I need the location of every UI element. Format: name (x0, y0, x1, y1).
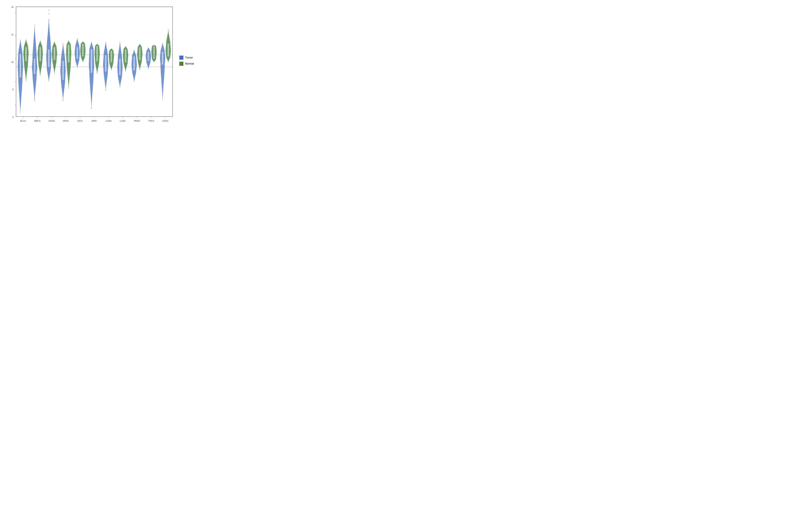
svg-point-691 (162, 74, 163, 75)
svg-point-119 (40, 63, 40, 64)
svg-point-711 (168, 60, 168, 61)
svg-point-147 (49, 72, 49, 73)
svg-point-669 (154, 47, 154, 48)
svg-point-182 (54, 69, 55, 69)
svg-point-331 (83, 48, 83, 48)
svg-point-173 (49, 13, 49, 14)
svg-point-620 (148, 63, 149, 63)
svg-point-635 (148, 52, 149, 52)
svg-point-395 (97, 57, 97, 58)
svg-point-547 (134, 80, 135, 80)
svg-point-256 (68, 70, 69, 70)
svg-point-306 (77, 40, 78, 41)
svg-point-607 (140, 44, 140, 45)
svg-point-220 (63, 84, 63, 84)
svg-point-30 (20, 50, 21, 51)
svg-point-172 (49, 19, 49, 19)
svg-point-24 (20, 65, 21, 65)
svg-point-262 (68, 60, 69, 61)
svg-point-174 (49, 10, 49, 11)
svg-point-594 (140, 55, 140, 56)
svg-point-522 (125, 62, 126, 63)
svg-point-118 (40, 65, 40, 65)
svg-point-159 (49, 47, 49, 47)
svg-point-573 (134, 52, 135, 53)
svg-point-383 (97, 69, 97, 70)
svg-point-556 (134, 70, 135, 71)
svg-point-274 (68, 41, 69, 41)
svg-point-390 (97, 62, 97, 62)
svg-point-237 (63, 51, 63, 52)
svg-point-625 (148, 59, 149, 59)
svg-point-49 (26, 70, 26, 70)
svg-point-101 (34, 33, 35, 33)
svg-point-516 (125, 67, 126, 68)
svg-point-475 (111, 49, 112, 49)
svg-point-52 (26, 65, 26, 66)
svg-point-488 (120, 74, 120, 75)
svg-point-671 (154, 46, 154, 47)
svg-point-578 (140, 70, 140, 70)
svg-point-579 (140, 69, 140, 69)
svg-point-402 (97, 50, 97, 51)
svg-point-88 (34, 66, 35, 66)
svg-text:BLCA: BLCA (20, 120, 26, 122)
svg-point-14 (20, 90, 21, 90)
svg-point-665 (154, 50, 154, 50)
svg-point-668 (154, 48, 154, 48)
svg-point-180 (54, 71, 55, 71)
svg-point-5 (20, 112, 21, 112)
svg-point-138 (40, 41, 40, 41)
svg-point-415 (105, 86, 106, 86)
svg-point-195 (54, 55, 55, 55)
y-tick-label: 10 (11, 61, 13, 63)
svg-point-83 (34, 78, 35, 79)
svg-point-370 (91, 51, 92, 52)
svg-point-189 (54, 61, 55, 62)
svg-point-246 (68, 86, 69, 87)
svg-point-686 (162, 84, 163, 84)
svg-point-229 (63, 66, 63, 67)
svg-point-606 (140, 45, 140, 45)
svg-point-493 (120, 67, 120, 67)
svg-point-654 (154, 56, 154, 56)
svg-point-65 (26, 47, 26, 47)
svg-point-125 (40, 56, 40, 57)
svg-point-653 (154, 56, 154, 57)
svg-point-693 (162, 70, 163, 71)
svg-point-408 (97, 44, 97, 45)
svg-point-520 (125, 64, 126, 65)
svg-point-19 (20, 77, 21, 77)
svg-point-247 (68, 84, 69, 85)
svg-point-656 (154, 55, 154, 55)
svg-point-384 (97, 68, 97, 69)
svg-point-67 (26, 44, 26, 45)
svg-point-312 (83, 61, 83, 61)
svg-text:KICH: KICH (78, 120, 83, 122)
svg-point-219 (63, 86, 63, 86)
svg-point-318 (83, 57, 83, 57)
svg-point-503 (120, 51, 120, 52)
svg-point-80 (34, 86, 35, 87)
svg-point-588 (140, 61, 140, 61)
svg-point-694 (162, 68, 163, 69)
svg-point-94 (34, 51, 35, 51)
svg-point-448 (111, 68, 112, 69)
svg-point-487 (120, 76, 120, 76)
svg-point-575 (134, 50, 135, 50)
svg-point-560 (134, 66, 135, 67)
svg-point-163 (49, 38, 49, 39)
svg-point-251 (68, 78, 69, 78)
svg-point-719 (168, 52, 168, 52)
svg-point-536 (125, 51, 126, 51)
svg-point-287 (77, 59, 78, 60)
svg-point-569 (134, 56, 135, 57)
svg-point-161 (49, 43, 49, 43)
svg-point-495 (120, 64, 120, 64)
svg-point-595 (140, 55, 140, 55)
svg-point-667 (154, 49, 154, 49)
svg-point-537 (125, 50, 126, 50)
svg-point-638 (148, 50, 149, 50)
svg-point-673 (154, 45, 154, 46)
svg-point-335 (83, 45, 83, 46)
